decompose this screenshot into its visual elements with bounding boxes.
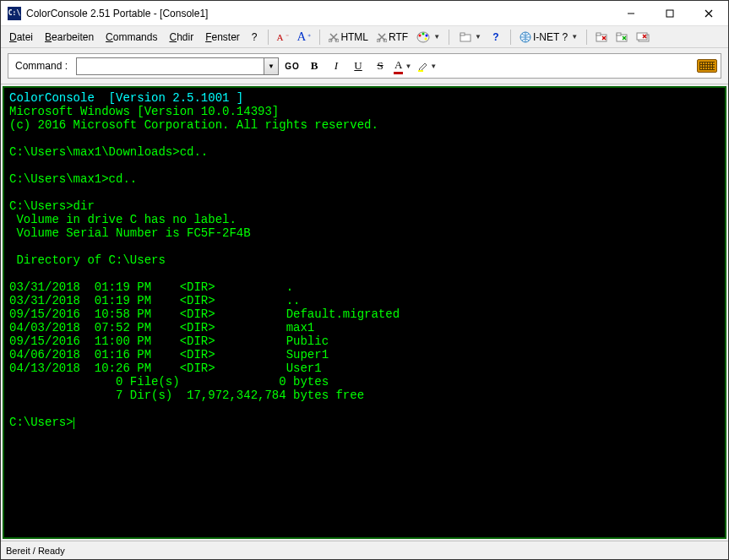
separator <box>449 30 449 45</box>
highlight-button[interactable]: ▼ <box>416 57 437 74</box>
menu-chdir[interactable]: Chdir <box>164 30 199 45</box>
chevron-down-icon: ▼ <box>571 33 578 41</box>
chevron-down-icon: ▼ <box>433 33 440 41</box>
svg-rect-28 <box>418 70 423 72</box>
svg-rect-1 <box>666 10 673 17</box>
font-color-icon: A <box>394 58 403 74</box>
italic-button[interactable]: I <box>328 57 345 74</box>
strike-button[interactable]: S <box>372 57 389 74</box>
terminal[interactable]: ColorConsole [Version 2.5.1001 ] Microso… <box>3 86 726 539</box>
command-input[interactable] <box>76 57 264 75</box>
separator <box>319 30 320 45</box>
close-button[interactable] <box>689 1 728 26</box>
palette-icon <box>416 31 430 43</box>
command-toolbar: Command : ▼ GO B I U S A ▼ ▼ <box>1 48 728 84</box>
svg-rect-14 <box>460 33 465 35</box>
go-button[interactable]: GO <box>284 57 301 74</box>
window-title: ColorConsole 2.51 Portable - [Console1] <box>26 8 208 19</box>
marker-icon <box>416 60 428 72</box>
status-text: Bereit / Ready <box>6 546 65 556</box>
svg-point-6 <box>377 39 380 42</box>
svg-point-12 <box>425 37 427 40</box>
keyboard-button[interactable] <box>697 57 717 74</box>
font-large-icon: A <box>297 30 307 44</box>
maximize-icon <box>666 9 674 18</box>
separator <box>268 30 269 45</box>
chevron-down-icon: ▼ <box>475 33 481 41</box>
scissors-icon <box>329 32 339 42</box>
font-color-button[interactable]: A ▼ <box>394 57 411 74</box>
menu-bar: Datei Bearbeiten Commands Chdir Fenster … <box>1 26 728 48</box>
menu-help[interactable]: ? <box>247 30 263 45</box>
close-tab-green-button[interactable] <box>612 28 631 46</box>
inet-button[interactable]: I-NET ? ▼ <box>516 28 581 46</box>
terminal-wrap: ColorConsole [Version 2.5.1001 ] Microso… <box>1 84 728 541</box>
command-combo[interactable]: ▼ <box>76 57 279 75</box>
export-html-button[interactable]: HTML <box>325 28 372 46</box>
underline-button[interactable]: U <box>350 57 367 74</box>
svg-point-10 <box>422 32 425 35</box>
combo-dropdown-button[interactable]: ▼ <box>264 57 279 75</box>
svg-rect-25 <box>637 33 647 40</box>
svg-point-4 <box>329 39 332 42</box>
close-tab-icon <box>596 32 607 42</box>
menu-datei[interactable]: Datei <box>4 30 38 45</box>
menu-commands[interactable]: Commands <box>101 30 162 45</box>
separator <box>510 30 511 45</box>
minimize-icon <box>627 9 635 18</box>
svg-rect-17 <box>596 33 601 35</box>
status-bar: Bereit / Ready <box>1 541 728 559</box>
minimize-button[interactable] <box>612 1 650 26</box>
svg-point-11 <box>426 34 428 36</box>
close-icon <box>705 9 713 18</box>
font-increase-button[interactable]: A⁺ <box>294 28 315 46</box>
color-palette-button[interactable]: ▼ <box>413 28 443 46</box>
chevron-down-icon: ▼ <box>430 63 437 70</box>
keyboard-icon <box>697 59 717 73</box>
command-label: Command : <box>12 60 71 72</box>
menu-bearbeiten[interactable]: Bearbeiten <box>40 30 99 45</box>
close-tab-red-button[interactable] <box>592 28 611 46</box>
maximize-button[interactable] <box>650 1 689 26</box>
chevron-down-icon: ▼ <box>405 63 411 70</box>
chevron-down-icon: ▼ <box>268 63 275 70</box>
separator <box>586 30 587 45</box>
globe-icon <box>520 31 531 43</box>
font-small-icon: A <box>277 32 284 42</box>
svg-point-9 <box>419 34 422 36</box>
font-decrease-button[interactable]: A⁻ <box>274 28 292 46</box>
app-window: C:\ ColorConsole 2.51 Portable - [Consol… <box>0 0 729 560</box>
question-button[interactable]: ? <box>487 28 505 46</box>
svg-rect-21 <box>617 33 621 35</box>
close-all-button[interactable] <box>633 28 653 46</box>
close-all-icon <box>636 32 650 42</box>
menu-fenster[interactable]: Fenster <box>200 30 245 45</box>
help-icon: ? <box>492 31 498 43</box>
scissors-icon <box>377 32 387 42</box>
app-icon: C:\ <box>8 7 21 20</box>
tab-green-icon <box>616 32 628 42</box>
export-rtf-button[interactable]: RTF <box>373 28 411 46</box>
new-tab-icon <box>460 32 471 42</box>
bold-button[interactable]: B <box>306 57 323 74</box>
new-tab-button[interactable]: ▼ <box>456 28 485 46</box>
title-bar: C:\ ColorConsole 2.51 Portable - [Consol… <box>1 1 728 26</box>
